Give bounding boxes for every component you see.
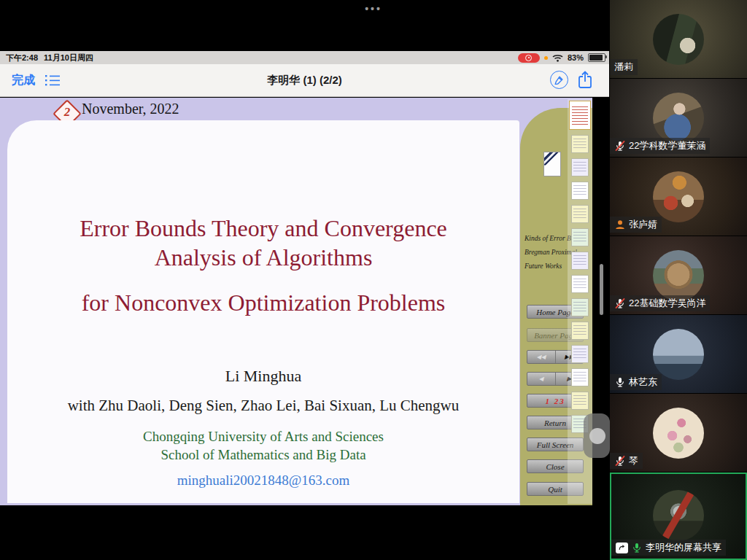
assistive-touch-button[interactable]: [584, 413, 610, 458]
pdf-reader-toolbar: 完成 李明华 (1) (2/2): [0, 64, 609, 97]
avatar: [653, 408, 704, 459]
avatar: [653, 329, 704, 380]
screen-recording-indicator[interactable]: [518, 53, 540, 63]
participant-name: 李明华的屏幕共享: [646, 541, 721, 554]
pdf-content-area: 2 November, 2022 Error Bounds Theory and…: [0, 98, 609, 505]
participant-name: 潘莉: [614, 61, 633, 74]
page-thumbnail[interactable]: [571, 205, 589, 223]
slide-body: Error Bounds Theory and Convergence Anal…: [7, 120, 519, 503]
mic-on-icon: [614, 376, 626, 388]
avatar: [653, 490, 704, 541]
page-thumbnail[interactable]: [571, 322, 589, 340]
page-thumbnail[interactable]: [571, 182, 589, 200]
shared-screen-viewport: 下午2:48 11月10日周四 83% 完成: [0, 51, 609, 505]
prev-page-button[interactable]: ◀: [527, 373, 556, 385]
share-icon[interactable]: [577, 70, 593, 90]
page-thumbnail[interactable]: [571, 345, 589, 363]
slide-page: 2 November, 2022 Error Bounds Theory and…: [0, 98, 592, 505]
mic-muted-icon: [614, 455, 626, 467]
participant-name: 22学科数学董茉涵: [629, 139, 705, 152]
page-thumbnail[interactable]: [571, 135, 589, 153]
page-thumbnail[interactable]: [571, 275, 589, 293]
slide-email[interactable]: minghuali20021848@163.com: [7, 472, 519, 489]
participant-tile[interactable]: 22基础数学吴尚洋: [610, 236, 747, 314]
status-date: 11月10日周四: [44, 52, 93, 63]
status-time: 下午2:48: [6, 52, 38, 63]
slide-title-part1: Error Bounds Theory and Convergence Anal…: [7, 214, 519, 272]
page-thumbnail[interactable]: [571, 298, 589, 316]
participant-tile-screen-share-active[interactable]: 李明华的屏幕共享: [610, 472, 747, 560]
page-thumbnail[interactable]: [571, 392, 589, 410]
mic-in-use-dot: [544, 56, 548, 60]
page-thumbnail[interactable]: [571, 158, 589, 176]
document-title: 李明华 (1) (2/2): [0, 74, 609, 88]
avatar: [653, 93, 704, 144]
avatar: [653, 14, 704, 65]
page-thumbnail[interactable]: [571, 228, 589, 246]
wifi-icon: [552, 54, 563, 62]
participant-tile[interactable]: 潘莉: [610, 0, 747, 78]
avatar: [653, 250, 704, 301]
page-thumbnail[interactable]: [571, 252, 589, 270]
participant-name: 张庐婧: [629, 218, 657, 231]
slide-author: Li Minghua: [7, 367, 519, 386]
participant-tile[interactable]: 22学科数学董茉涵: [610, 79, 747, 157]
slide-coauthors: with Zhu Daoli, Deng Sien, Zhao Lei, Bai…: [7, 397, 519, 415]
ipad-status-bar: 下午2:48 11月10日周四 83%: [0, 51, 609, 64]
participant-name: 琴: [629, 454, 638, 467]
participant-name: 22基础数学吴尚洋: [629, 297, 705, 310]
mic-muted-icon: [614, 140, 626, 152]
avatar: [653, 171, 704, 222]
participant-name: 林艺东: [629, 376, 657, 389]
participant-tile[interactable]: 林艺东: [610, 315, 747, 393]
slide-date: November, 2022: [82, 101, 179, 117]
slide-affiliation: Chongqing University of Arts and Science…: [7, 427, 519, 464]
battery-percent: 83%: [568, 53, 584, 62]
mic-active-icon: [631, 542, 643, 553]
slide-preview-thumbnail[interactable]: [543, 152, 561, 176]
page-thumbnail[interactable]: [571, 368, 589, 386]
member-person-icon: [614, 219, 626, 230]
prev-many-button[interactable]: ◀◀: [527, 351, 556, 363]
participant-tile[interactable]: 张庐婧: [610, 158, 747, 236]
meeting-app-screen: ••• 下午2:48 11月10日周四 83% 完成: [0, 0, 747, 560]
participant-tile[interactable]: 琴: [610, 394, 747, 472]
mic-muted-icon: [614, 298, 626, 309]
battery-icon: [588, 53, 605, 62]
pdf-scrollbar[interactable]: [600, 264, 603, 315]
page-thumbnail-current[interactable]: [569, 101, 591, 130]
markup-pen-icon[interactable]: [550, 71, 568, 89]
slide-title-part2: for Nonconvex Optimization Problems: [7, 289, 519, 316]
screen-share-icon: [616, 542, 628, 553]
